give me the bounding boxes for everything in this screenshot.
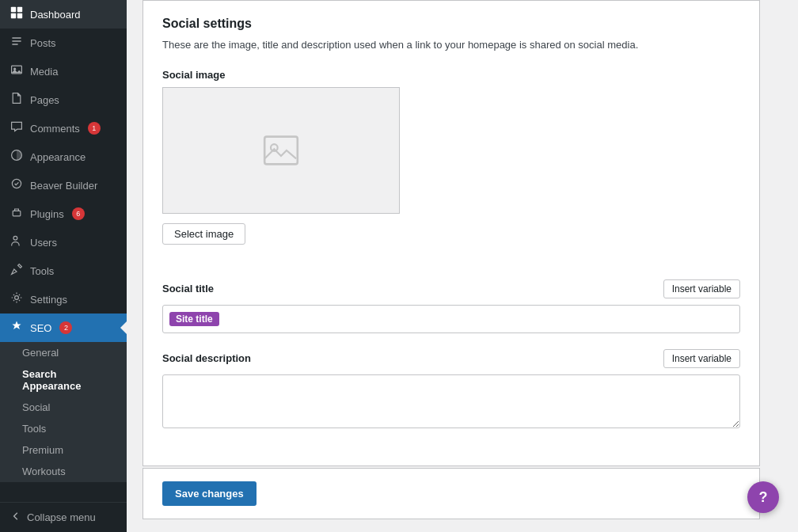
seo-submenu-item-tools[interactable]: Tools — [0, 418, 127, 439]
seo-submenu-item-search-appearance[interactable]: Search Appearance — [0, 363, 127, 397]
appearance-icon — [10, 149, 24, 165]
site-title-tag: Site title — [169, 312, 219, 326]
tools-icon — [10, 263, 24, 279]
sidebar-item-seo[interactable]: SEO 2 — [0, 314, 127, 342]
select-image-button[interactable]: Select image — [162, 223, 245, 245]
sidebar-item-plugins[interactable]: Plugins 6 — [0, 200, 127, 228]
sidebar-item-tools[interactable]: Tools — [0, 256, 127, 285]
seo-icon — [10, 320, 24, 336]
sidebar-item-beaver-builder[interactable]: Beaver Builder — [0, 171, 127, 200]
comments-icon — [10, 120, 24, 136]
sidebar-item-posts[interactable]: Posts — [0, 28, 127, 57]
social-image-box — [162, 87, 400, 214]
plugins-icon — [10, 206, 24, 222]
seo-submenu-item-workouts[interactable]: Workouts — [0, 461, 127, 482]
help-button[interactable]: ? — [747, 481, 779, 513]
collapse-menu[interactable]: Collapse menu — [0, 502, 127, 532]
beaver-builder-icon — [10, 177, 24, 193]
sidebar-item-comments[interactable]: Comments 1 — [0, 114, 127, 142]
sidebar-item-dashboard[interactable]: Dashboard — [0, 0, 127, 28]
dashboard-icon — [10, 6, 24, 22]
sidebar-item-label: Pages — [30, 94, 59, 106]
sidebar-item-media[interactable]: Media — [0, 57, 127, 86]
comments-badge: 1 — [88, 122, 101, 135]
sidebar-item-pages[interactable]: Pages — [0, 86, 127, 114]
svg-rect-8 — [13, 211, 21, 215]
seo-arrow — [120, 321, 127, 334]
sidebar-item-label: Tools — [30, 265, 54, 277]
seo-submenu: General Search Appearance Social Tools P… — [0, 342, 127, 482]
social-title-label: Social title — [162, 283, 214, 294]
social-description-label: Social description — [162, 352, 251, 364]
help-icon: ? — [759, 489, 768, 506]
svg-rect-3 — [17, 13, 22, 18]
seo-submenu-item-social[interactable]: Social — [0, 397, 127, 418]
main-content: Social settings These are the image, tit… — [127, 0, 798, 532]
pages-icon — [10, 92, 24, 108]
image-placeholder-icon — [260, 130, 302, 171]
section-title: Social settings — [162, 17, 740, 31]
svg-rect-0 — [11, 7, 16, 12]
sidebar-item-label: Settings — [30, 294, 67, 306]
posts-icon — [10, 35, 24, 51]
settings-icon — [10, 291, 24, 307]
sidebar-item-label: Plugins — [30, 208, 64, 220]
sidebar-item-label: Comments — [30, 123, 80, 135]
seo-label: SEO — [30, 322, 51, 334]
users-icon — [10, 234, 24, 250]
sidebar-item-users[interactable]: Users — [0, 228, 127, 256]
sidebar-item-label: Beaver Builder — [30, 180, 97, 192]
social-image-field: Social image Select image — [162, 69, 740, 264]
sidebar-item-appearance[interactable]: Appearance — [0, 142, 127, 171]
social-description-insert-variable-button[interactable]: Insert variable — [663, 349, 740, 368]
social-title-insert-variable-button[interactable]: Insert variable — [663, 279, 740, 298]
save-card: Save changes — [142, 468, 760, 519]
sidebar-item-settings[interactable]: Settings — [0, 285, 127, 314]
section-desc: These are the image, title and descripti… — [162, 37, 740, 53]
sidebar-item-label: Posts — [30, 37, 56, 49]
social-settings-card: Social settings These are the image, tit… — [142, 0, 760, 466]
collapse-label: Collapse menu — [27, 511, 96, 523]
sidebar-item-label: Dashboard — [30, 9, 81, 21]
social-description-field: Social description Insert variable — [162, 349, 740, 431]
social-description-textarea[interactable] — [162, 374, 740, 428]
save-changes-button[interactable]: Save changes — [162, 481, 256, 506]
svg-rect-1 — [17, 7, 22, 12]
social-title-input[interactable]: Site title — [162, 305, 740, 333]
svg-point-10 — [15, 296, 19, 300]
social-title-field: Social title Insert variable Site title — [162, 279, 740, 333]
sidebar-item-label: Appearance — [30, 151, 86, 163]
seo-badge: 2 — [59, 321, 72, 334]
seo-submenu-item-general[interactable]: General — [0, 342, 127, 363]
media-icon — [10, 63, 24, 79]
svg-rect-11 — [264, 136, 298, 164]
svg-point-9 — [13, 236, 17, 240]
collapse-icon — [10, 511, 21, 524]
social-image-label: Social image — [162, 69, 740, 81]
sidebar: Dashboard Posts Media Pages Comments 1 A… — [0, 0, 127, 532]
sidebar-item-label: Media — [30, 66, 58, 78]
svg-rect-2 — [11, 13, 16, 18]
plugins-badge: 6 — [72, 207, 85, 220]
sidebar-item-label: Users — [30, 237, 57, 249]
seo-submenu-item-premium[interactable]: Premium — [0, 439, 127, 461]
